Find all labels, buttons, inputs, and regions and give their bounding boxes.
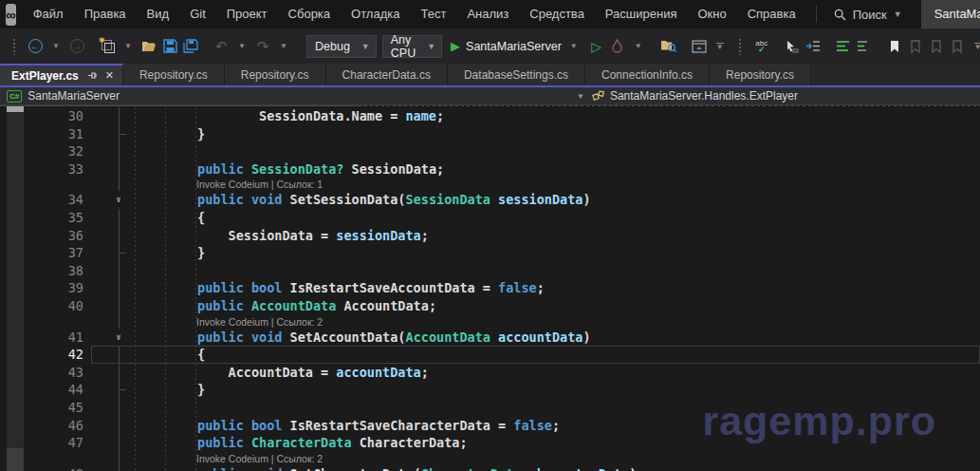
tab-extplayer-cs[interactable]: ExtPlayer.cs✕ bbox=[0, 64, 123, 85]
menu-item-справка[interactable]: Справка bbox=[737, 0, 806, 28]
configuration-select[interactable]: Debug▼ bbox=[306, 35, 377, 58]
line-number[interactable]: 30 bbox=[0, 107, 83, 125]
start-debug-button[interactable]: ▶SantaMariaServer▼ bbox=[445, 34, 586, 59]
menu-item-тест[interactable]: Тест bbox=[410, 0, 456, 28]
navigate-back-icon[interactable]: ← bbox=[25, 34, 46, 59]
menu-item-файл[interactable]: Файл bbox=[23, 0, 74, 28]
toolbar-grip-2[interactable] bbox=[730, 34, 751, 59]
next-bookmark-icon[interactable] bbox=[926, 34, 947, 59]
account-profile-button[interactable]: SantaMariaServer bbox=[921, 0, 980, 28]
open-file-icon[interactable] bbox=[139, 34, 159, 59]
collapse-chevron-icon[interactable]: ∨ bbox=[111, 191, 126, 209]
redo-dropdown[interactable]: ▼ bbox=[273, 34, 294, 59]
previous-bookmark-icon[interactable] bbox=[905, 34, 926, 59]
redo-icon[interactable]: ↷ bbox=[252, 34, 273, 59]
line-number[interactable]: 40 bbox=[0, 297, 83, 315]
code-line-42[interactable]: 42 { bbox=[0, 346, 980, 364]
line-number[interactable]: 42 bbox=[0, 346, 83, 364]
line-number[interactable]: 35 bbox=[0, 209, 83, 227]
navigate-cursor-icon[interactable] bbox=[782, 34, 803, 59]
tab-databasesettings-cs[interactable]: DatabaseSettings.cs bbox=[448, 64, 585, 85]
code-line-39[interactable]: 39 public bool IsRestartSaveAccountData … bbox=[0, 279, 980, 297]
toggle-bookmark-icon[interactable] bbox=[884, 34, 905, 59]
tab-characterdata-cs[interactable]: CharacterData.cs bbox=[326, 64, 448, 85]
close-icon[interactable]: ✕ bbox=[105, 69, 114, 82]
tab-repository-cs[interactable]: Repository.cs bbox=[225, 64, 326, 85]
search-button[interactable]: Поиск ▼ bbox=[826, 8, 910, 22]
code-editor[interactable]: 30 SessionData.Name = name;31 }3233 publ… bbox=[0, 105, 980, 471]
line-number[interactable]: 37 bbox=[0, 244, 83, 262]
menu-item-отладка[interactable]: Отладка bbox=[341, 0, 410, 28]
pin-icon[interactable] bbox=[87, 70, 98, 81]
find-in-files-icon[interactable] bbox=[658, 34, 679, 59]
line-number[interactable]: 43 bbox=[0, 364, 83, 382]
collapse-chevron-icon[interactable]: ∨ bbox=[111, 329, 126, 347]
menu-item-git[interactable]: Git bbox=[179, 0, 216, 28]
code-line-34[interactable]: 34∨ public void SetSessionData(SessionDa… bbox=[0, 191, 980, 209]
line-number[interactable]: 47 bbox=[0, 434, 83, 452]
save-icon[interactable] bbox=[159, 34, 180, 59]
comment-lines-icon[interactable] bbox=[833, 34, 854, 59]
code-line-48[interactable]: 48 public void SetCharacterData(Characte… bbox=[0, 465, 980, 471]
line-number[interactable]: 31 bbox=[0, 125, 83, 143]
symbol-dropdown[interactable]: SantaMariaServer.Handles.ExtPlayer bbox=[592, 89, 798, 103]
line-number[interactable]: 48 bbox=[0, 465, 83, 471]
menu-item-правка[interactable]: Правка bbox=[74, 0, 137, 28]
code-line-41[interactable]: 41∨ public void SetAccountData(AccountDa… bbox=[0, 329, 980, 347]
toolbar-grip[interactable] bbox=[4, 34, 25, 59]
line-number[interactable]: 39 bbox=[0, 279, 83, 297]
code-line-43[interactable]: 43 AccountData = accountData; bbox=[0, 364, 980, 382]
navigate-back-dropdown[interactable]: ▼ bbox=[46, 34, 66, 59]
code-line-37[interactable]: 37 } bbox=[0, 244, 980, 262]
code-line-38[interactable]: 38 bbox=[0, 262, 980, 280]
line-number[interactable]: 34 bbox=[0, 191, 83, 209]
code-line-31[interactable]: 31 } bbox=[0, 125, 980, 143]
code-line-35[interactable]: 35 { bbox=[0, 209, 980, 227]
line-number[interactable]: 45 bbox=[0, 399, 83, 417]
tab-repository-cs[interactable]: Repository.cs bbox=[710, 64, 811, 85]
save-all-icon[interactable] bbox=[180, 34, 201, 59]
uncomment-lines-icon[interactable] bbox=[854, 34, 875, 59]
line-number[interactable]: 44 bbox=[0, 381, 83, 399]
preview-window-icon[interactable] bbox=[689, 34, 710, 59]
line-number[interactable]: 41 bbox=[0, 329, 83, 347]
line-number[interactable]: 36 bbox=[0, 227, 83, 245]
codelens-indicator[interactable]: Invoke Codeium | Ссылок: 2 bbox=[0, 452, 980, 465]
menu-item-вид[interactable]: Вид bbox=[137, 0, 180, 28]
codelens-indicator[interactable]: Invoke Codeium | Ссылок: 1 bbox=[0, 178, 980, 191]
bookmark-overflow-dropdown[interactable]: ▼ bbox=[968, 34, 980, 59]
spell-check-icon[interactable]: abc✓ bbox=[751, 34, 772, 59]
codelens-indicator[interactable]: Invoke Codeium | Ссылок: 2 bbox=[0, 315, 980, 329]
undo-dropdown[interactable]: ▼ bbox=[231, 34, 252, 59]
preview-window-dropdown[interactable]: ▼ bbox=[710, 34, 730, 59]
hot-reload-dropdown[interactable]: ▼ bbox=[628, 34, 649, 59]
navigate-forward-icon[interactable]: → bbox=[66, 34, 87, 59]
format-indent-icon[interactable] bbox=[803, 34, 823, 59]
menu-item-анализ[interactable]: Анализ bbox=[456, 0, 519, 28]
code-line-36[interactable]: 36 SessionData = sessionData; bbox=[0, 227, 980, 245]
platform-select[interactable]: Any CPU▼ bbox=[382, 35, 442, 58]
code-line-30[interactable]: 30 SessionData.Name = name; bbox=[0, 107, 980, 125]
new-window-dropdown[interactable]: ▼ bbox=[118, 34, 139, 59]
code-line-44[interactable]: 44 } bbox=[0, 381, 980, 399]
tab-repository-cs[interactable]: Repository.cs bbox=[123, 64, 225, 85]
menu-item-средства[interactable]: Средства bbox=[519, 0, 595, 28]
hot-reload-icon[interactable] bbox=[607, 34, 628, 59]
line-number[interactable]: 46 bbox=[0, 417, 83, 435]
undo-icon[interactable]: ↶ bbox=[211, 34, 231, 59]
chevron-down-icon[interactable]: ▼ bbox=[577, 92, 584, 101]
new-window-icon[interactable]: ✱ bbox=[97, 34, 118, 59]
code-line-33[interactable]: 33 public SessionData? SessionData; bbox=[0, 160, 980, 179]
line-number[interactable]: 38 bbox=[0, 262, 83, 280]
code-line-32[interactable]: 32 bbox=[0, 142, 980, 160]
code-line-40[interactable]: 40 public AccountData AccountData; bbox=[0, 297, 980, 315]
menu-item-сборка[interactable]: Сборка bbox=[278, 0, 342, 28]
clear-bookmarks-icon[interactable] bbox=[947, 34, 968, 59]
start-without-debug-icon[interactable]: ▷ bbox=[586, 34, 607, 59]
menu-item-окно[interactable]: Окно bbox=[687, 0, 736, 28]
menu-item-проект[interactable]: Проект bbox=[216, 0, 278, 28]
project-dropdown[interactable]: C# SantaMariaServer bbox=[0, 89, 577, 103]
tab-connectioninfo-cs[interactable]: ConnectionInfo.cs bbox=[585, 64, 710, 85]
line-number[interactable]: 32 bbox=[0, 142, 83, 160]
menu-item-расширения[interactable]: Расширения bbox=[595, 0, 688, 28]
